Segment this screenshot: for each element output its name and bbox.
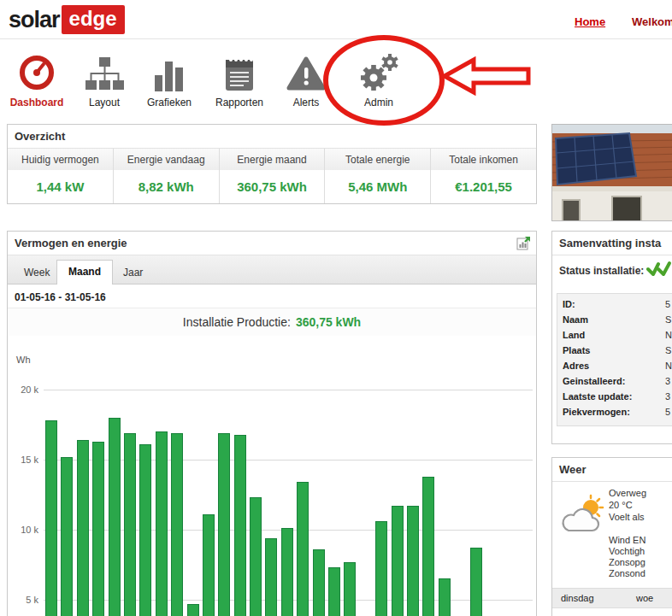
info-label: Plaats xyxy=(563,345,590,355)
tab-week[interactable]: Week xyxy=(13,261,61,284)
production-value: 360,75 kWh xyxy=(296,315,361,329)
tab-jaar[interactable]: Jaar xyxy=(112,261,154,284)
info-value: N xyxy=(665,361,672,371)
metric-label: Totale energie xyxy=(325,149,430,170)
metric-label: Huidig vermogen xyxy=(8,149,113,170)
info-row-naam: Naam S xyxy=(557,314,672,330)
status-label: Status installatie: xyxy=(559,265,644,277)
chart-bar xyxy=(109,418,121,616)
nav-item-dashboard[interactable]: Dashboard xyxy=(3,48,71,109)
nav-item-alerts[interactable]: Alerts xyxy=(272,48,340,109)
chart-bar xyxy=(297,482,309,616)
info-label: Land xyxy=(563,330,585,340)
production-label: Installatie Productie: xyxy=(183,315,291,329)
forecast-day-1: dinsdag xyxy=(561,593,594,603)
chart-bar xyxy=(187,604,199,616)
notebook-icon xyxy=(205,48,274,92)
info-row-adres: Adres N xyxy=(557,361,672,376)
nav-item-rapporten[interactable]: Rapporten xyxy=(205,48,274,109)
logo-text-solar: solar xyxy=(9,7,60,33)
chart-bar xyxy=(392,506,404,616)
metric-label: Totale inkomen xyxy=(431,149,536,170)
metric-value: 8,82 kWh xyxy=(114,170,219,203)
chart-date-range: 01-05-16 - 31-05-16 xyxy=(8,285,536,308)
weather-sunset: Zonsond xyxy=(609,568,645,579)
weather-sunrise: Zonsopg xyxy=(609,557,645,568)
warning-icon xyxy=(272,48,340,92)
nav-item-grafieken[interactable]: Grafieken xyxy=(135,48,203,109)
chart-bar xyxy=(139,444,151,616)
welcome-text: Welkom xyxy=(632,15,672,28)
chart-bar xyxy=(250,497,262,616)
energy-panel: Vermogen en energie Week Maand Jaar 01-0… xyxy=(7,231,537,616)
info-value: N xyxy=(665,330,672,340)
installation-summary-panel: Samenvatting insta Status installatie: I… xyxy=(551,231,672,444)
y-tick: 15 k xyxy=(11,455,38,465)
weather-panel: Weer Overweg 20 °C Voelt als Wind EN Voc… xyxy=(551,457,672,616)
nav-label-rapporten: Rapporten xyxy=(205,97,274,109)
chart-bar xyxy=(407,506,419,616)
info-label: Piekvermogen: xyxy=(563,407,630,417)
metric-current-power: Huidig vermogen 1,44 kW xyxy=(8,149,113,203)
nav-label-admin: Admin xyxy=(345,97,413,109)
energy-panel-header: Vermogen en energie xyxy=(8,232,536,255)
nav-item-layout[interactable]: Layout xyxy=(70,48,139,109)
forecast-day-2: woe xyxy=(636,593,653,603)
chart-bar xyxy=(61,457,73,616)
chart-bar xyxy=(439,578,451,616)
metric-total-income: Totale inkomen €1.201,55 xyxy=(430,149,536,203)
bar-chart-icon xyxy=(135,48,203,92)
status-ok-check-icon xyxy=(646,261,672,278)
metric-energy-month: Energie maand 360,75 kWh xyxy=(219,149,325,203)
home-link[interactable]: Home xyxy=(575,15,605,28)
site-photo xyxy=(551,124,672,221)
info-value: 5 xyxy=(665,407,670,417)
info-label: ID: xyxy=(563,299,575,309)
y-tick: 10 k xyxy=(11,525,38,535)
info-value: 3 xyxy=(665,391,670,402)
metric-label: Energie maand xyxy=(220,149,325,170)
tab-maand[interactable]: Maand xyxy=(56,260,113,285)
chart-bar xyxy=(156,431,168,616)
info-row-laatste-update: Laatste update: 3 xyxy=(557,391,672,407)
info-label: Naam xyxy=(563,314,588,325)
y-tick: 5 k xyxy=(11,595,38,605)
chart-bar xyxy=(77,440,89,616)
chart-bar xyxy=(92,442,104,616)
export-chart-icon[interactable] xyxy=(516,236,531,250)
chart-bar xyxy=(281,528,293,616)
nav-item-admin[interactable]: Admin xyxy=(345,48,413,109)
overview-metrics: Huidig vermogen 1,44 kW Energie vandaag … xyxy=(8,149,536,203)
info-label: Laatste update: xyxy=(563,391,632,402)
production-summary: Installatie Productie: 360,75 kWh xyxy=(8,308,536,336)
energy-chart: Wh 20 k 15 k 10 k 5 k xyxy=(8,336,536,616)
nav-label-layout: Layout xyxy=(70,97,139,109)
solaredge-dashboard: solar edge Home Welkom Dashboard xyxy=(0,0,672,616)
overview-title: Overzicht xyxy=(8,125,536,149)
summary-title: Samenvatting insta xyxy=(552,232,672,255)
logo-text-edge: edge xyxy=(62,5,125,34)
nav-label-alerts: Alerts xyxy=(272,97,340,109)
top-header: solar edge Home Welkom xyxy=(0,0,672,39)
info-row-id: ID: 5 xyxy=(557,299,672,314)
sitemap-icon xyxy=(70,48,139,92)
chart-bar xyxy=(344,562,356,616)
installation-info-box: ID: 5 Naam S Land N Plaats S Adres N Gei… xyxy=(557,293,672,426)
info-value: S xyxy=(665,314,671,325)
main-nav: Dashboard Layout xyxy=(0,39,672,123)
weather-details: Wind EN Vochtigh Zonsopg Zonsond xyxy=(609,535,645,579)
chart-bar xyxy=(171,433,183,616)
metric-value: 360,75 kWh xyxy=(220,170,325,203)
weather-wind: Wind EN xyxy=(609,535,645,546)
nav-label-grafieken: Grafieken xyxy=(135,97,203,109)
weather-temperature: 20 °C xyxy=(609,499,646,511)
chart-bar xyxy=(124,433,136,616)
chart-bar xyxy=(234,435,246,616)
chart-plot-area: 20 k 15 k 10 k 5 k xyxy=(44,374,533,616)
weather-humidity: Vochtigh xyxy=(609,546,645,557)
info-value: S xyxy=(665,345,671,355)
chart-bar xyxy=(375,521,387,616)
chart-period-tabs: Week Maand Jaar xyxy=(8,255,536,285)
roof-photo-graphic xyxy=(552,125,672,221)
metric-total-energy: Totale energie 5,46 MWh xyxy=(324,149,430,203)
